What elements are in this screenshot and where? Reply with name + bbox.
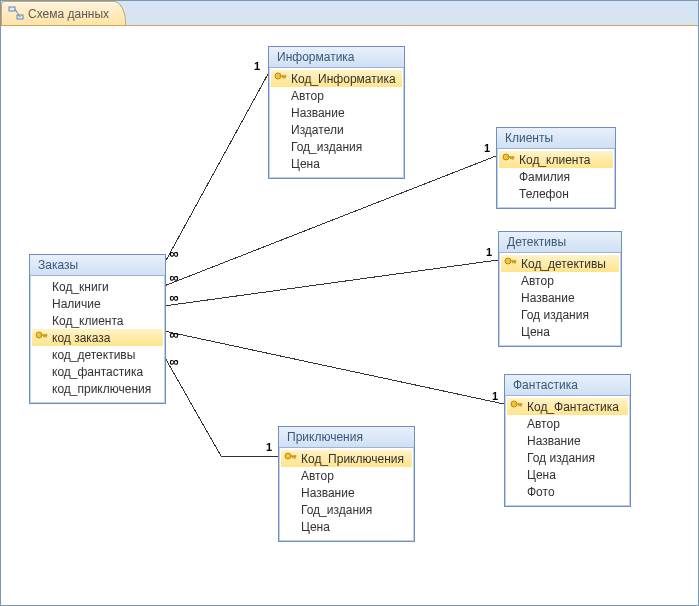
field-row[interactable]: код заказа: [32, 329, 163, 346]
field-row[interactable]: Автор: [507, 415, 628, 432]
field-name: Телефон: [519, 187, 569, 201]
table-adventures[interactable]: Приключения Код_ПриключенияАвторНазвание…: [278, 426, 415, 542]
field-name: код_детективы: [52, 348, 135, 362]
field-name: Цена: [291, 157, 320, 171]
key-icon: [274, 72, 287, 85]
field-row[interactable]: Код_книги: [32, 278, 163, 295]
field-row[interactable]: Код_клиента: [499, 151, 613, 168]
table-title: Информатика: [269, 47, 404, 68]
field-row[interactable]: Автор: [281, 467, 412, 484]
field-name: Код_клиента: [519, 153, 591, 167]
field-name: Код_Приключения: [301, 452, 404, 466]
table-clients[interactable]: Клиенты Код_клиентаФамилияТелефон: [496, 127, 616, 209]
field-name: Год_издания: [301, 503, 372, 517]
field-row[interactable]: Код_детективы: [501, 255, 619, 272]
svg-text:1: 1: [492, 390, 498, 402]
svg-line-15: [164, 356, 221, 456]
field-row[interactable]: Фото: [507, 483, 628, 500]
field-name: Код_книги: [52, 280, 109, 294]
field-name: Код_Фантастика: [527, 400, 619, 414]
svg-rect-41: [295, 457, 296, 459]
field-row[interactable]: Цена: [507, 466, 628, 483]
key-icon: [504, 257, 517, 270]
svg-text:1: 1: [254, 60, 260, 72]
field-row[interactable]: Код_Информатика: [271, 70, 402, 87]
field-row[interactable]: Название: [501, 289, 619, 306]
field-name: Код_Информатика: [291, 72, 396, 86]
table-body: Код_ИнформатикаАвторНазваниеИздателиГод_…: [269, 68, 404, 178]
table-body: Код_детективыАвторНазваниеГод изданияЦен…: [499, 253, 621, 346]
svg-text:1: 1: [266, 441, 272, 453]
diagram-canvas[interactable]: ∞ 1 ∞ 1 ∞ 1 ∞ 1 ∞ 1 Заказы Код_книгиНали…: [1, 25, 698, 605]
field-row[interactable]: Год издания: [507, 449, 628, 466]
field-name: Цена: [521, 325, 550, 339]
field-name: Автор: [301, 469, 334, 483]
field-row[interactable]: Год_издания: [281, 501, 412, 518]
svg-rect-37: [521, 405, 522, 407]
svg-rect-21: [46, 336, 47, 338]
svg-rect-30: [510, 158, 511, 160]
field-row[interactable]: Год_издания: [271, 138, 402, 155]
field-row[interactable]: код_детективы: [32, 346, 163, 363]
table-title: Заказы: [30, 255, 165, 276]
field-name: Год издания: [527, 451, 595, 465]
table-orders[interactable]: Заказы Код_книгиНаличиеКод_клиентакод за…: [29, 254, 166, 404]
field-row[interactable]: Название: [271, 104, 402, 121]
svg-text:∞: ∞: [169, 270, 178, 285]
key-icon: [502, 153, 515, 166]
relationships-icon: [8, 5, 24, 21]
svg-rect-29: [513, 158, 514, 160]
table-informatika[interactable]: Информатика Код_ИнформатикаАвторНазвание…: [268, 46, 405, 179]
field-row[interactable]: Наличие: [32, 295, 163, 312]
field-name: Фамилия: [519, 170, 570, 184]
svg-line-3: [164, 74, 268, 264]
field-name: Год издания: [521, 308, 589, 322]
field-name: Год_издания: [291, 140, 362, 154]
svg-line-9: [164, 260, 498, 306]
field-row[interactable]: Автор: [271, 87, 402, 104]
field-row[interactable]: Цена: [501, 323, 619, 340]
svg-rect-38: [518, 405, 519, 407]
field-name: код заказа: [52, 331, 111, 345]
field-row[interactable]: Название: [507, 432, 628, 449]
field-row[interactable]: код_фантастика: [32, 363, 163, 380]
field-row[interactable]: Автор: [501, 272, 619, 289]
field-row[interactable]: Код_Фантастика: [507, 398, 628, 415]
svg-rect-22: [43, 336, 44, 338]
svg-rect-25: [285, 77, 286, 79]
field-row[interactable]: Телефон: [499, 185, 613, 202]
table-fantastika[interactable]: Фантастика Код_ФантастикаАвторНазваниеГо…: [504, 374, 631, 507]
key-icon: [284, 452, 297, 465]
field-row[interactable]: Издатели: [271, 121, 402, 138]
table-body: Код_клиентаФамилияТелефон: [497, 149, 615, 208]
field-row[interactable]: Цена: [271, 155, 402, 172]
svg-line-12: [164, 331, 504, 404]
svg-text:∞: ∞: [169, 327, 178, 342]
svg-text:∞: ∞: [169, 246, 178, 261]
field-row[interactable]: Год издания: [501, 306, 619, 323]
relationships-window: Схема данных ∞ 1 ∞ 1 ∞ 1 ∞ 1 ∞ 1: [0, 0, 699, 606]
tab-schema[interactable]: Схема данных: [1, 1, 126, 25]
table-title: Фантастика: [505, 375, 630, 396]
svg-text:1: 1: [486, 246, 492, 258]
field-row[interactable]: Код_клиента: [32, 312, 163, 329]
field-name: Название: [521, 291, 575, 305]
table-detectives[interactable]: Детективы Код_детективыАвторНазваниеГод …: [498, 231, 622, 347]
field-name: Автор: [291, 89, 324, 103]
field-name: Фото: [527, 485, 555, 499]
field-name: код_фантастика: [52, 365, 143, 379]
field-name: Название: [301, 486, 355, 500]
table-title: Приключения: [279, 427, 414, 448]
field-name: Наличие: [52, 297, 101, 311]
field-row[interactable]: Название: [281, 484, 412, 501]
field-row[interactable]: Цена: [281, 518, 412, 535]
field-row[interactable]: Фамилия: [499, 168, 613, 185]
tab-label: Схема данных: [28, 7, 109, 21]
svg-text:∞: ∞: [169, 290, 178, 305]
field-name: Автор: [521, 274, 554, 288]
table-body: Код_ФантастикаАвторНазваниеГод изданияЦе…: [505, 396, 630, 506]
svg-rect-42: [292, 457, 293, 459]
field-row[interactable]: Код_Приключения: [281, 450, 412, 467]
table-title: Детективы: [499, 232, 621, 253]
field-row[interactable]: код_приключения: [32, 380, 163, 397]
